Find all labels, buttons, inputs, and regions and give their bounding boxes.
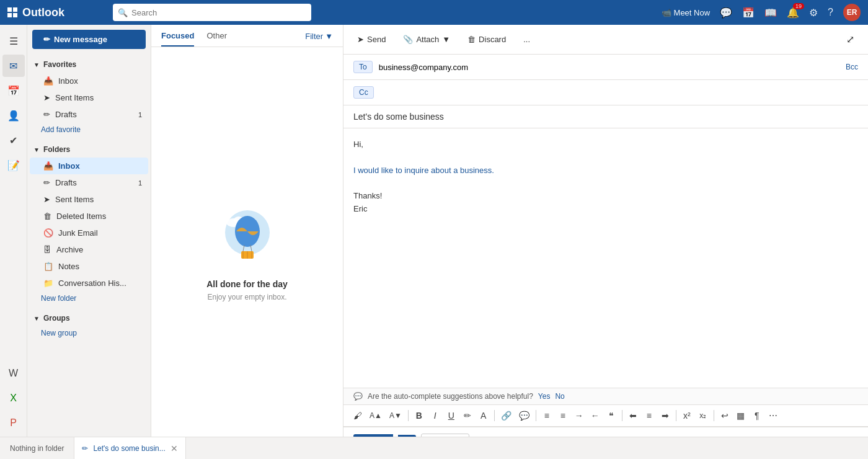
to-input[interactable] <box>379 63 846 72</box>
format-indent-out-btn[interactable]: ← <box>588 409 602 422</box>
email-list-body: All done for the day Enjoy your empty in… <box>151 47 343 459</box>
sidebar-item-archive[interactable]: 🗄 Archive <box>30 241 148 258</box>
autocomplete-bar: 💬 Are the auto-complete suggestions abov… <box>343 388 868 404</box>
sent-icon: ➤ <box>43 93 50 102</box>
format-table-btn[interactable]: ▦ <box>734 409 748 422</box>
compose-panel: ➤ Send 📎 Attach ▼ 🗑 Discard ... ⤢ To <box>343 25 868 459</box>
avatar[interactable]: ER <box>843 4 861 21</box>
chevron-down-folders-icon: ▼ <box>33 146 40 153</box>
format-align-left-btn[interactable]: ≡ <box>540 409 554 422</box>
subject-input[interactable] <box>353 112 858 122</box>
calendar-rail-icon[interactable]: 📅 <box>2 79 25 102</box>
compose-toolbar: ➤ Send 📎 Attach ▼ 🗑 Discard ... ⤢ <box>343 25 868 55</box>
sidebar-item-inbox[interactable]: 📥 Inbox <box>30 158 148 174</box>
word-icon[interactable]: W <box>2 362 25 385</box>
format-right-align-btn[interactable]: ➡ <box>658 409 672 422</box>
sidebar-item-convo[interactable]: 📁 Conversation His... <box>30 275 148 292</box>
hamburger-icon[interactable]: ☰ <box>2 30 25 52</box>
sidebar-item-deleted[interactable]: 🗑 Deleted Items <box>30 208 148 225</box>
notification-icon[interactable]: 🔔 19 <box>787 7 799 19</box>
tab-focused[interactable]: Focused <box>161 31 194 47</box>
autocomplete-yes-btn[interactable]: Yes <box>538 392 551 401</box>
format-italic-btn[interactable]: I <box>428 409 442 422</box>
calendar-icon[interactable]: 📅 <box>742 7 755 19</box>
sidebar-item-drafts[interactable]: ✏ Drafts 1 <box>30 174 148 191</box>
app-logo: Outlook <box>7 6 107 19</box>
people-icon[interactable]: 👤 <box>2 104 25 127</box>
sidebar-item-junk[interactable]: 🚫 Junk Email <box>30 225 148 241</box>
grid-icon[interactable] <box>7 7 17 17</box>
cc-label-btn[interactable]: Cc <box>353 86 374 99</box>
sidebar-item-sent[interactable]: ➤ Sent Items <box>30 191 148 208</box>
drafts-icon: ✏ <box>43 110 50 119</box>
app-name: Outlook <box>22 6 64 19</box>
subject-field <box>343 105 868 128</box>
immersive-reader-icon[interactable]: 📖 <box>764 7 777 19</box>
sidebar-item-notes[interactable]: 📋 Notes <box>30 258 148 275</box>
format-left-align-btn[interactable]: ⬅ <box>626 409 640 422</box>
chat-icon[interactable]: 💬 <box>720 7 732 19</box>
groups-header[interactable]: ▼ Groups <box>27 310 151 326</box>
toolbar-discard-btn[interactable]: 🗑 Discard <box>464 32 510 47</box>
format-subscript-btn[interactable]: x₂ <box>696 409 710 422</box>
format-undo-btn[interactable]: ↩ <box>718 409 732 422</box>
sidebar-item-favorites-inbox[interactable]: 📥 Inbox <box>30 73 148 89</box>
compose-content[interactable]: Hi, I would like to inquire about a busi… <box>343 128 868 388</box>
format-center-btn[interactable]: ≡ <box>642 409 656 422</box>
bcc-btn[interactable]: Bcc <box>846 63 858 71</box>
cc-input[interactable] <box>380 88 858 97</box>
format-indent-in-btn[interactable]: → <box>572 409 586 422</box>
format-more-btn[interactable]: ⋯ <box>766 409 780 422</box>
search-icon: 🔍 <box>118 8 128 17</box>
format-font-size-down-btn[interactable]: A▼ <box>387 409 404 422</box>
compose-popout-btn[interactable]: ⤢ <box>843 31 858 48</box>
compose-tab[interactable]: ✏ Let's do some busin... ✕ <box>74 437 185 459</box>
tasks-icon[interactable]: ✔ <box>2 129 25 151</box>
help-icon[interactable]: ? <box>828 7 833 18</box>
favorites-header[interactable]: ▼ Favorites <box>27 56 151 73</box>
format-link-btn[interactable]: 🔗 <box>498 409 514 422</box>
format-superscript-btn[interactable]: x² <box>680 409 694 422</box>
filter-btn[interactable]: Filter ▼ <box>305 32 333 46</box>
format-underline-btn[interactable]: U <box>445 409 458 422</box>
format-emoji-btn[interactable]: 💬 <box>516 409 532 422</box>
new-message-btn[interactable]: ✏ New message <box>32 30 146 49</box>
inbox-icon: 📥 <box>43 76 53 86</box>
powerpoint-icon[interactable]: P <box>2 412 25 434</box>
sidebar-top: ✏ New message <box>27 25 151 54</box>
sidebar-item-favorites-sent[interactable]: ➤ Sent Items <box>30 89 148 106</box>
format-bold-btn[interactable]: B <box>412 409 426 422</box>
folders-header[interactable]: ▼ Folders <box>27 141 151 158</box>
add-favorite-link[interactable]: Add favorite <box>27 123 151 136</box>
attach-icon: 📎 <box>403 35 413 44</box>
excel-icon[interactable]: X <box>2 387 25 409</box>
cc-field: Cc <box>343 80 868 105</box>
meet-now-btn[interactable]: 📹 Meet Now <box>662 8 711 17</box>
compose-tab-close-btn[interactable]: ✕ <box>170 443 178 453</box>
new-folder-link[interactable]: New folder <box>27 292 151 305</box>
format-paragraph-btn[interactable]: ¶ <box>750 409 764 422</box>
search-input[interactable] <box>131 8 306 17</box>
to-label-btn[interactable]: To <box>353 61 373 73</box>
format-quote-btn[interactable]: ❝ <box>604 409 618 422</box>
sent-folder-icon: ➤ <box>43 195 50 204</box>
format-font-color-btn[interactable]: A <box>477 409 490 422</box>
format-styles-btn[interactable]: 🖌 <box>351 409 365 422</box>
tab-other[interactable]: Other <box>206 31 227 47</box>
nothing-in-folder-tab[interactable]: Nothing in folder <box>0 437 74 459</box>
mail-icon[interactable]: ✉ <box>2 55 25 77</box>
settings-icon[interactable]: ⚙ <box>809 7 818 19</box>
search-bar[interactable]: 🔍 <box>113 4 311 21</box>
toolbar-attach-btn[interactable]: 📎 Attach ▼ <box>399 32 454 47</box>
format-font-size-up-btn[interactable]: A▲ <box>367 409 384 422</box>
format-highlight-btn[interactable]: ✏ <box>461 409 474 422</box>
toolbar-more-btn[interactable]: ... <box>520 32 534 47</box>
notes-rail-icon[interactable]: 📝 <box>2 154 25 176</box>
format-bullets-btn[interactable]: ≡ <box>556 409 570 422</box>
to-field: To Bcc <box>343 55 868 80</box>
format-toolbar: 🖌 A▲ A▼ B I U ✏ A 🔗 💬 ≡ ≡ → ← ❝ ⬅ <box>343 404 868 427</box>
sidebar-item-favorites-drafts[interactable]: ✏ Drafts 1 <box>30 106 148 123</box>
toolbar-send-btn[interactable]: ➤ Send <box>353 32 389 47</box>
new-group-link[interactable]: New group <box>27 326 151 340</box>
autocomplete-no-btn[interactable]: No <box>555 392 564 401</box>
